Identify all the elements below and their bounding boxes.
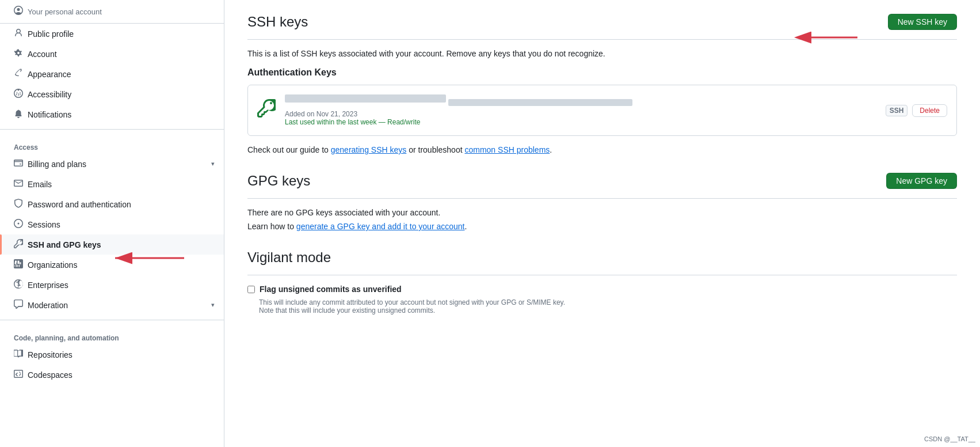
key-icon [14,239,23,250]
paintbrush-icon [14,69,23,79]
learn-prefix: Learn how to [247,222,296,231]
auth-keys-label: Authentication Keys [247,67,957,78]
globe-icon [14,279,23,290]
key-meta-added: Added on Nov 21, 2023 [285,110,876,118]
sidebar-item-label: Billing and plans [28,160,86,169]
gpg-title: GPG keys [247,173,310,189]
new-gpg-key-button[interactable]: New GPG key [886,173,957,189]
sidebar-item-label: SSH and GPG keys [28,240,101,249]
generate-gpg-key-link[interactable]: generate a GPG key and add it to your ac… [296,222,465,231]
chevron-down-icon-moderation: ▾ [211,301,215,309]
sidebar-item-notifications[interactable]: Notifications [0,104,224,124]
radio-icon [14,219,23,230]
sidebar-item-password[interactable]: Password and authentication [0,194,224,214]
ssh-section-header: SSH keys New SSH key [247,14,957,40]
gpg-no-keys-text: There are no GPG keys associated with yo… [247,208,957,217]
ssh-description: This is a list of SSH keys associated wi… [247,49,957,58]
sidebar-item-label: Organizations [28,260,77,270]
gpg-section-header: GPG keys New GPG key [247,173,957,199]
shield-icon [14,199,23,210]
sidebar-item-label: Repositories [28,350,73,359]
ssh-badge: SSH [886,105,908,116]
watermark: CSDN @__TAT__ [924,435,975,442]
checkbox-desc2: Note that this will include your existin… [259,306,957,315]
terminal-icon [14,369,23,380]
sidebar-item-public-profile[interactable]: Public profile [0,24,224,44]
generating-ssh-keys-link[interactable]: generating SSH keys [331,145,407,154]
sidebar-item-label: Appearance [28,70,71,79]
key-last-used: Last used within the last week — Read/wr… [285,118,876,126]
sidebar-item-codespaces[interactable]: Codespaces [0,365,224,385]
sidebar-item-enterprises[interactable]: Enterprises [0,275,224,295]
ssh-title: SSH keys [247,14,308,30]
sidebar-header: Your personal account [0,0,224,24]
sidebar-item-label: Codespaces [28,370,73,380]
guide-text: Check out our guide to generating SSH ke… [247,145,957,154]
guide-text-prefix: Check out our guide to [247,145,331,154]
key-info: Added on Nov 21, 2023 Last used within t… [285,94,876,126]
key-large-icon [257,99,276,122]
flag-unsigned-checkbox[interactable] [247,286,255,293]
sidebar-item-billing[interactable]: Billing and plans ▾ [0,154,224,174]
user-icon [14,6,23,17]
sidebar-header-text: Your personal account [28,7,102,16]
ssh-key-card: Added on Nov 21, 2023 Last used within t… [247,85,957,136]
sidebar-item-organizations[interactable]: Organizations [0,255,224,275]
code-section-label: Code, planning, and automation [0,325,224,344]
credit-card-icon [14,158,23,169]
common-ssh-problems-link[interactable]: common SSH problems [464,145,550,154]
sidebar-item-repositories[interactable]: Repositories [0,344,224,365]
guide-middle: or troubleshoot [406,145,464,154]
access-section-label: Access [0,134,224,154]
comment-icon [14,300,23,310]
sidebar-item-ssh-gpg[interactable]: SSH and GPG keys [0,234,224,255]
new-ssh-key-button[interactable]: New SSH key [888,14,957,30]
sidebar-item-appearance[interactable]: Appearance [0,64,224,84]
sidebar-item-label: Accessibility [28,90,71,99]
guide-end: . [550,145,552,154]
sidebar-item-accessibility[interactable]: Accessibility [0,84,224,104]
sidebar-divider [0,129,224,130]
sidebar-item-label: Password and authentication [28,200,131,209]
sidebar-item-label: Sessions [28,220,60,229]
sidebar-item-moderation[interactable]: Moderation ▾ [0,295,224,315]
key-fingerprint-blurred [448,99,632,106]
sidebar-item-label: Public profile [28,29,74,39]
bell-icon [14,109,23,120]
sidebar-item-account[interactable]: Account [0,44,224,64]
flag-unsigned-row: Flag unsigned commits as unverified [247,285,957,294]
chevron-down-icon: ▾ [211,160,215,168]
key-name-blurred [285,94,446,103]
flag-unsigned-label[interactable]: Flag unsigned commits as unverified [260,285,402,294]
sidebar-item-label: Notifications [28,110,71,119]
gpg-learn-text: Learn how to generate a GPG key and add … [247,222,957,231]
person-icon [14,28,23,39]
accessibility-icon [14,89,23,100]
book-icon [14,349,23,360]
checkbox-desc1: This will include any commit attributed … [259,298,957,306]
sidebar-item-sessions[interactable]: Sessions [0,214,224,234]
sidebar-item-label: Enterprises [28,281,68,290]
vigilant-section: Vigilant mode Flag unsigned commits as u… [247,249,957,315]
main-content: SSH keys New SSH key This is a list of S… [224,0,980,447]
sidebar-item-emails[interactable]: Emails [0,174,224,194]
vigilant-title: Vigilant mode [247,249,957,275]
mail-icon [14,179,23,190]
table-icon [14,259,23,270]
learn-end: . [464,222,467,231]
sidebar-item-label: Moderation [28,301,68,310]
sidebar-item-label: Emails [28,180,52,189]
gear-icon [14,48,23,59]
sidebar: Your personal account Public profile Acc… [0,0,224,447]
sidebar-divider-2 [0,320,224,320]
delete-key-button[interactable]: Delete [912,104,947,117]
sidebar-item-label: Account [28,50,57,59]
key-actions: SSH Delete [886,104,947,117]
